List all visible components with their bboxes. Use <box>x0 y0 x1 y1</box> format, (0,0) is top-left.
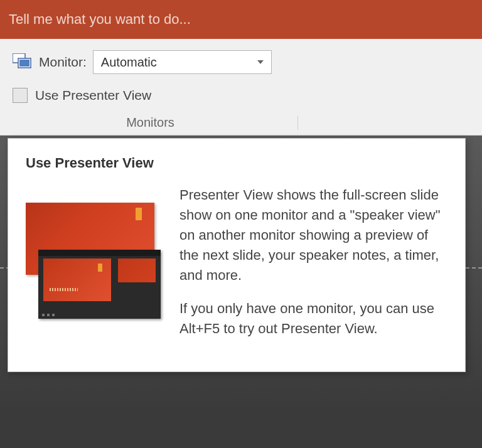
tooltip-text: Presenter View shows the full-screen sli… <box>179 185 447 353</box>
tooltip-preview-image <box>26 203 161 319</box>
monitor-dropdown[interactable]: Automatic <box>93 50 272 74</box>
tell-me-search[interactable]: Tell me what you want to do... <box>0 0 482 39</box>
slide-background: Use Presenter View Presenter View show <box>0 136 482 412</box>
ribbon-group-label: Monitors <box>126 115 174 130</box>
tooltip-para2: If you only have one monitor, you can us… <box>179 299 447 339</box>
chevron-down-icon <box>257 60 264 64</box>
tooltip-para1: Presenter View shows the full-screen sli… <box>179 185 447 285</box>
monitor-label: Monitor: <box>39 55 87 70</box>
monitor-dropdown-value: Automatic <box>101 55 157 70</box>
monitor-row: Monitor: Automatic <box>13 50 469 74</box>
svg-rect-2 <box>19 60 29 67</box>
tooltip-body: Presenter View shows the full-screen sli… <box>26 185 447 353</box>
tooltip-title: Use Presenter View <box>26 155 447 171</box>
monitors-icon <box>13 53 33 71</box>
ribbon-group-label-row: Monitors <box>9 115 298 130</box>
presenter-view-label: Use Presenter View <box>35 88 151 103</box>
ribbon-monitors-group: Monitor: Automatic Use Presenter View Mo… <box>0 39 482 136</box>
presenter-view-row: Use Presenter View <box>13 88 469 103</box>
tooltip-panel: Use Presenter View Presenter View show <box>8 138 466 372</box>
presenter-view-checkbox[interactable] <box>13 88 28 103</box>
